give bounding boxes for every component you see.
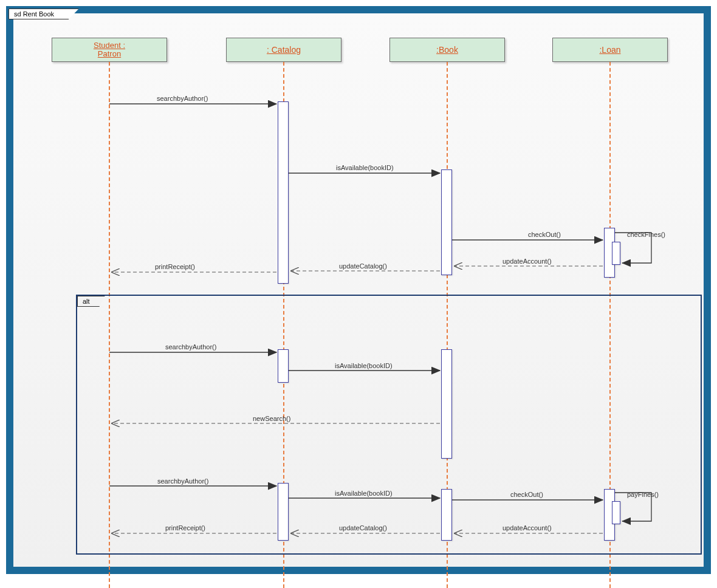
participant-student: Student : Patron [52,38,167,62]
msg-newsearch: newSearch() [253,415,290,422]
participant-book-label: :Book [436,45,458,55]
msg-printreceipt-1: printReceipt() [155,263,195,270]
msg-checkout-1: checkOut() [528,231,561,238]
msg-isavailable-2: isAvailable(bookID) [335,362,393,369]
participant-catalog: : Catalog [226,38,341,62]
msg-isavailable-3: isAvailable(bookID) [335,490,393,497]
participant-catalog-label: : Catalog [267,45,301,55]
alt-combined-fragment: alt [76,295,702,555]
msg-checkout-2: checkOut() [510,491,543,498]
msg-searchbyauthor-3: searchbyAuthor() [157,477,208,485]
activation-book-1 [441,169,452,275]
participant-book: :Book [389,38,505,62]
activation-loan-1-self [612,242,620,265]
frame-title-tab: sd Rent Book [9,9,79,19]
msg-isavailable-1: isAvailable(bookID) [336,164,394,171]
msg-updatecatalog-1: updateCatalog() [339,262,387,270]
participant-loan-label: :Loan [599,45,620,55]
msg-updateaccount-2: updateAccount() [503,524,552,532]
msg-payfines: payFines() [627,491,659,498]
msg-searchbyauthor-1: searchbyAuthor() [157,95,208,102]
participant-loan: :Loan [552,38,668,62]
activation-catalog-1 [278,101,289,284]
msg-checkfines: checkFines() [627,231,665,238]
msg-updateaccount-1: updateAccount() [503,258,552,265]
participant-student-label: Student : Patron [94,41,125,58]
alt-label-tab: alt [77,296,105,307]
msg-updatecatalog-2: updateCatalog() [339,524,387,532]
msg-searchbyauthor-2: searchbyAuthor() [165,343,216,350]
msg-printreceipt-2: printReceipt() [165,524,205,532]
